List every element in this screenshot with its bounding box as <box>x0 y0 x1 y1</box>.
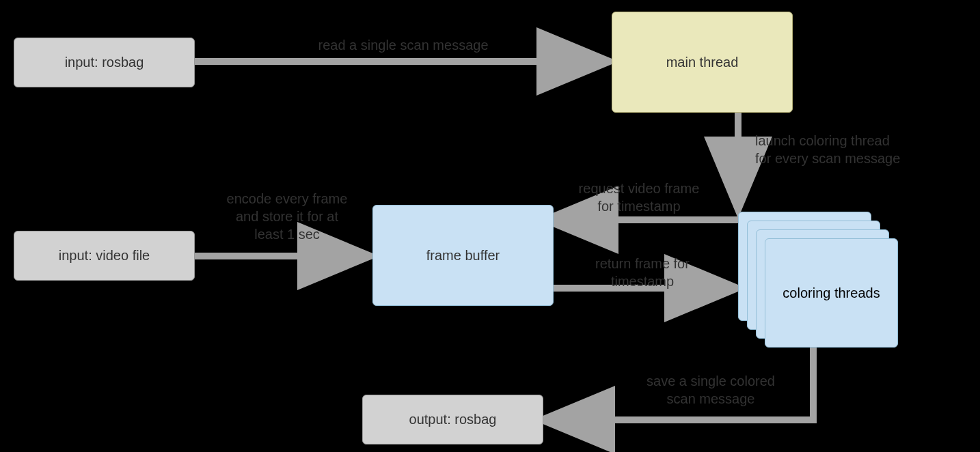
input-video-label: input: video file <box>59 248 150 264</box>
read-scan-label: read a single scan message <box>294 36 513 54</box>
return-frame-label: return frame for timestamp <box>567 255 718 290</box>
request-frame-label: request video frame for timestamp <box>564 180 714 215</box>
coloring-threads-label: coloring threads <box>782 285 880 301</box>
input-rosbag-node: input: rosbag <box>14 38 195 87</box>
output-rosbag-node: output: rosbag <box>362 395 543 444</box>
frame-buffer-node: frame buffer <box>372 205 554 306</box>
coloring-threads-node: coloring threads <box>765 238 898 348</box>
encode-frame-label: encode every frame and store it for at l… <box>205 190 369 243</box>
input-video-node: input: video file <box>14 231 195 281</box>
input-rosbag-label: input: rosbag <box>65 55 144 70</box>
main-thread-label: main thread <box>666 55 739 70</box>
output-rosbag-label: output: rosbag <box>409 412 497 427</box>
frame-buffer-label: frame buffer <box>426 248 500 264</box>
launch-thread-label: launch coloring thread for every scan me… <box>755 132 933 167</box>
save-scan-label: save a single colored scan message <box>622 372 800 408</box>
coloring-threads-stack: coloring threads <box>738 212 895 348</box>
main-thread-node: main thread <box>612 12 793 113</box>
